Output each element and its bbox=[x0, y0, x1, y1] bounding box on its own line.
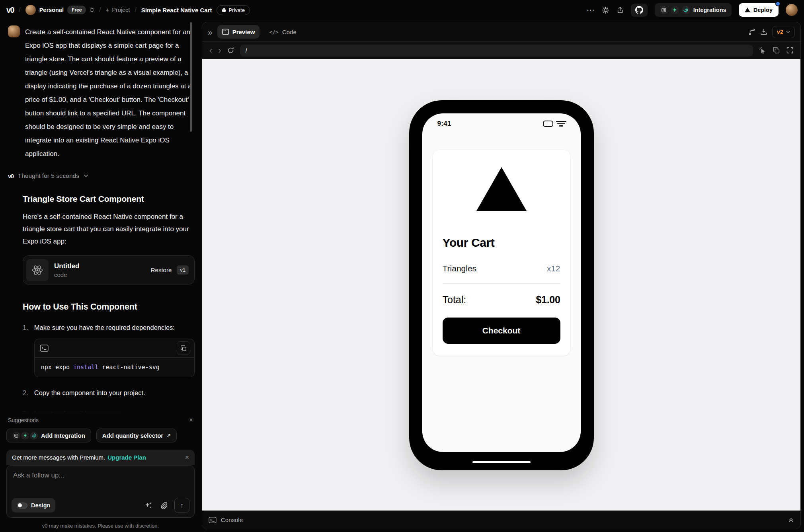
project-title[interactable]: Simple React Native Cart bbox=[141, 7, 212, 14]
notion-icon bbox=[660, 6, 667, 14]
terminal-icon bbox=[209, 516, 217, 524]
chevrons-up-icon[interactable] bbox=[788, 517, 794, 523]
refresh-icon[interactable] bbox=[227, 47, 234, 54]
team-name: Personal bbox=[39, 7, 64, 13]
new-project-label: Project bbox=[112, 7, 130, 13]
chevron-updown-icon[interactable] bbox=[90, 7, 94, 13]
sidebar-scrollbar[interactable] bbox=[190, 22, 192, 132]
premium-text: Get more messages with Premium. bbox=[12, 454, 105, 461]
design-toggle[interactable]: Design bbox=[12, 498, 55, 513]
arrow-up-right-icon: ↗ bbox=[166, 433, 171, 438]
forward-icon[interactable]: › bbox=[218, 46, 221, 55]
step-number: 2. bbox=[23, 388, 28, 398]
new-project-button[interactable]: + Project bbox=[106, 7, 130, 13]
suggestion-label: Add quantity selector bbox=[102, 432, 163, 439]
code-snippet[interactable]: npx expo install react-native-svg bbox=[35, 357, 194, 377]
privacy-label: Private bbox=[228, 7, 244, 13]
sparkles-icon[interactable] bbox=[144, 501, 153, 510]
user-avatar[interactable] bbox=[786, 4, 798, 16]
breadcrumb-separator: / bbox=[99, 6, 101, 14]
cart-card: Your Cart Triangles x12 Total: $1.00 Che… bbox=[433, 150, 570, 356]
fade-gradient bbox=[0, 401, 201, 413]
send-button[interactable]: ↑ bbox=[174, 498, 189, 513]
code-version-card[interactable]: Untitled code Restore v1 bbox=[23, 255, 195, 285]
toggle-switch bbox=[17, 503, 27, 509]
git-branch-icon[interactable] bbox=[748, 28, 755, 35]
privacy-badge[interactable]: Private bbox=[217, 5, 250, 15]
sidebar-bottom: Suggestions × Add Integration Add quanti… bbox=[0, 413, 201, 532]
v0-assistant-logo: v0 bbox=[8, 173, 14, 179]
team-avatar bbox=[25, 5, 36, 15]
preview-toolbar: » Preview </> Code v2 bbox=[202, 22, 800, 41]
fullscreen-icon[interactable] bbox=[786, 47, 793, 54]
code-card-title: Untitled bbox=[54, 262, 79, 270]
cart-title: Your Cart bbox=[443, 236, 560, 249]
back-icon[interactable]: ‹ bbox=[209, 46, 212, 55]
copy-button[interactable] bbox=[177, 341, 190, 355]
integrations-button[interactable]: Integrations bbox=[655, 3, 732, 17]
step-text: Copy the component into your project. bbox=[34, 388, 195, 398]
total-label: Total: bbox=[443, 294, 466, 306]
followup-input[interactable] bbox=[13, 472, 188, 479]
close-icon[interactable]: × bbox=[189, 417, 193, 423]
suggestion-add-quantity-selector[interactable]: Add quantity selector ↗ bbox=[96, 429, 177, 442]
preview-viewport: 9:41 Your Cart Triangles x12 bbox=[202, 59, 800, 511]
version-badge: v1 bbox=[177, 265, 189, 275]
code-tag-icon: </> bbox=[269, 29, 278, 35]
download-icon[interactable] bbox=[760, 28, 767, 35]
disclaimer: v0 may make mistakes. Please use with di… bbox=[6, 523, 195, 529]
item-name: Triangles bbox=[443, 264, 477, 273]
suggestions-label: Suggestions bbox=[8, 417, 39, 423]
checkout-button[interactable]: Checkout bbox=[443, 318, 560, 344]
open-in-new-window-icon[interactable] bbox=[773, 47, 780, 54]
console-bar[interactable]: Console bbox=[202, 511, 800, 529]
deploy-label: Deploy bbox=[753, 7, 773, 13]
upgrade-plan-link[interactable]: Upgrade Plan bbox=[107, 454, 146, 461]
v0-logo[interactable]: v0 bbox=[6, 6, 14, 15]
expand-sidebar-icon[interactable]: » bbox=[208, 28, 213, 36]
browser-window-icon bbox=[222, 29, 229, 35]
composer: Design ↑ bbox=[6, 465, 195, 518]
step-text: Make sure you have the required dependen… bbox=[34, 322, 195, 333]
bolt-icon bbox=[21, 432, 29, 440]
tab-label: Preview bbox=[232, 29, 255, 35]
home-indicator bbox=[472, 461, 531, 463]
step-number: 1. bbox=[23, 322, 28, 377]
chevron-down-icon bbox=[786, 31, 790, 33]
deploy-button[interactable]: Deploy bbox=[739, 3, 779, 17]
top-bar: v0 / Personal Free / + Project / Simple … bbox=[0, 0, 804, 20]
spiral-icon bbox=[30, 432, 38, 440]
github-button[interactable] bbox=[631, 4, 648, 17]
tab-code[interactable]: </> Code bbox=[264, 25, 301, 39]
item-quantity: x12 bbox=[547, 264, 560, 273]
phone-screen: 9:41 Your Cart Triangles x12 bbox=[422, 113, 581, 452]
tab-preview[interactable]: Preview bbox=[217, 25, 260, 39]
url-input[interactable]: / bbox=[240, 45, 753, 57]
thought-row[interactable]: v0 Thought for 5 seconds bbox=[8, 172, 193, 179]
thought-label: Thought for 5 seconds bbox=[18, 172, 79, 179]
step-2: 2. Copy the component into your project. bbox=[23, 388, 195, 398]
user-message: Create a self-contained React Native com… bbox=[8, 25, 193, 161]
settings-gear-icon[interactable] bbox=[602, 6, 609, 14]
more-menu-icon[interactable]: ⋯ bbox=[587, 5, 595, 15]
step-1: 1. Make sure you have the required depen… bbox=[23, 322, 195, 377]
version-dropdown[interactable]: v2 bbox=[772, 26, 795, 38]
breadcrumb-separator: / bbox=[135, 6, 136, 14]
close-icon[interactable]: × bbox=[185, 454, 189, 461]
spiral-icon bbox=[682, 6, 690, 14]
cart-item-row: Triangles x12 bbox=[443, 264, 560, 284]
preview-panel: » Preview </> Code v2 ‹ › / bbox=[202, 22, 801, 529]
attach-paperclip-icon[interactable] bbox=[160, 501, 168, 510]
howto-title: How to Use This Component bbox=[23, 302, 195, 312]
premium-banner: Get more messages with Premium. Upgrade … bbox=[6, 450, 195, 465]
team-switcher[interactable]: Personal Free bbox=[25, 5, 95, 15]
tab-label: Code bbox=[282, 29, 297, 35]
share-icon[interactable] bbox=[617, 6, 624, 14]
restore-button[interactable]: Restore bbox=[151, 267, 172, 273]
user-message-avatar bbox=[8, 25, 20, 37]
github-icon bbox=[635, 6, 643, 14]
signal-icon bbox=[556, 121, 566, 127]
inspect-cursor-icon[interactable] bbox=[759, 47, 766, 54]
code-block-install: npx expo install react-native-svg bbox=[34, 339, 195, 377]
suggestion-add-integration[interactable]: Add Integration bbox=[6, 429, 91, 442]
